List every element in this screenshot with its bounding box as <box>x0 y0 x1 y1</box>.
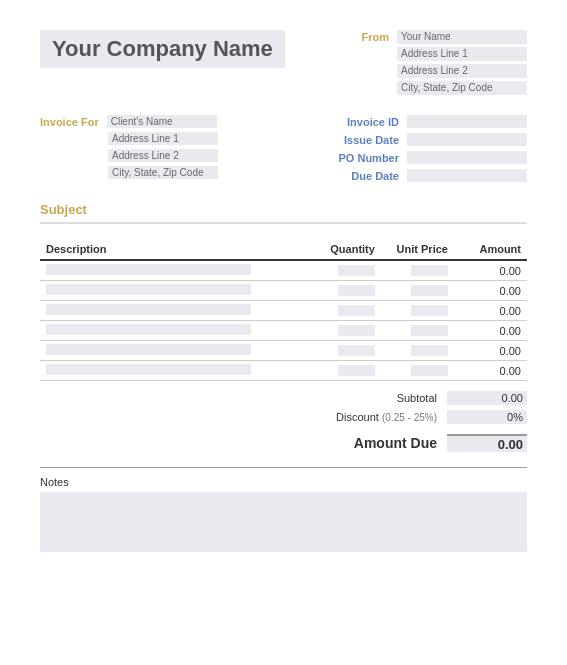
client-name-field[interactable]: Client's Name <box>107 115 217 128</box>
notes-field[interactable] <box>40 492 527 552</box>
subtotal-value[interactable]: 0.00 <box>447 391 527 405</box>
invoice-details-section: Invoice ID Issue Date PO Number Due Date <box>329 115 527 182</box>
totals-section: Subtotal 0.00 Discount (0.25 - 25%) 0% A… <box>40 391 527 452</box>
bill-to-section: Invoice For Client's Name Address Line 1… <box>40 115 218 182</box>
col-description: Description <box>40 239 308 260</box>
amount-due-label: Amount Due <box>307 435 437 451</box>
from-city-field[interactable]: City, State, Zip Code <box>397 81 527 95</box>
company-name[interactable]: Your Company Name <box>40 30 285 68</box>
client-city-field[interactable]: City, State, Zip Code <box>108 166 218 179</box>
from-address2-field[interactable]: Address Line 2 <box>397 64 527 78</box>
col-quantity: Quantity <box>308 239 381 260</box>
discount-value[interactable]: 0% <box>447 410 527 424</box>
notes-section: Notes <box>40 467 527 552</box>
invoice-header: Your Company Name From Your Name Address… <box>40 30 527 95</box>
table-row[interactable]: 0.00 <box>40 341 527 361</box>
subject-section: Subject <box>40 202 527 224</box>
col-amount: Amount <box>454 239 527 260</box>
subtotal-label: Subtotal <box>307 392 437 404</box>
due-date-label: Due Date <box>329 170 399 182</box>
info-section: Invoice For Client's Name Address Line 1… <box>40 115 527 182</box>
invoice-for-label: Invoice For <box>40 116 99 128</box>
po-number-field[interactable] <box>407 151 527 164</box>
table-row[interactable]: 0.00 <box>40 321 527 341</box>
col-unit-price: Unit Price <box>381 239 454 260</box>
amount-due-row: Amount Due 0.00 <box>307 434 527 452</box>
notes-label: Notes <box>40 476 527 488</box>
client-address2-field[interactable]: Address Line 2 <box>108 149 218 162</box>
due-date-field[interactable] <box>407 169 527 182</box>
client-address1-field[interactable]: Address Line 1 <box>108 132 218 145</box>
invoice-id-label: Invoice ID <box>329 116 399 128</box>
from-section: From Your Name Address Line 1 Address Li… <box>359 30 527 95</box>
po-number-label: PO Number <box>329 152 399 164</box>
invoice-table: Description Quantity Unit Price Amount 0… <box>40 239 527 381</box>
from-label: From <box>362 31 390 43</box>
table-row[interactable]: 0.00 <box>40 281 527 301</box>
from-address1-field[interactable]: Address Line 1 <box>397 47 527 61</box>
invoice-id-field[interactable] <box>407 115 527 128</box>
table-row[interactable]: 0.00 <box>40 260 527 281</box>
table-row[interactable]: 0.00 <box>40 361 527 381</box>
issue-date-field[interactable] <box>407 133 527 146</box>
discount-label: Discount (0.25 - 25%) <box>307 411 437 423</box>
issue-date-label: Issue Date <box>329 134 399 146</box>
amount-due-value[interactable]: 0.00 <box>447 434 527 452</box>
from-name-field[interactable]: Your Name <box>397 30 527 44</box>
subject-label: Subject <box>40 202 87 217</box>
table-row[interactable]: 0.00 <box>40 301 527 321</box>
